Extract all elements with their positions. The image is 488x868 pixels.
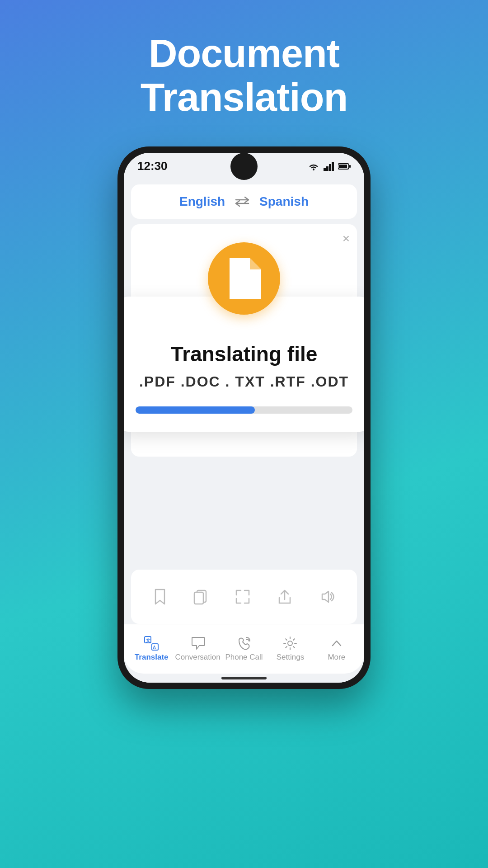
- language-selector[interactable]: English Spanish: [131, 184, 357, 219]
- nav-item-translate[interactable]: 文 A Translate: [128, 636, 174, 662]
- share-icon[interactable]: [277, 589, 292, 605]
- nav-item-conversation[interactable]: Conversation: [174, 636, 221, 662]
- translating-overlay-card: Translating file .PDF .DOC . TXT .RTF .O…: [124, 297, 364, 432]
- expand-icon[interactable]: [235, 589, 251, 605]
- translating-title: Translating file: [136, 342, 352, 366]
- target-language[interactable]: Spanish: [259, 194, 309, 209]
- progress-bar-fill: [136, 406, 255, 414]
- progress-bar-container: [136, 406, 352, 414]
- document-icon-circle: [208, 242, 280, 315]
- svg-rect-3: [329, 164, 331, 171]
- home-indicator: [124, 674, 364, 683]
- document-icon-container: [131, 242, 357, 315]
- status-time: 12:30: [137, 159, 168, 173]
- svg-rect-7: [349, 165, 351, 168]
- translate-nav-icon: 文 A: [144, 636, 159, 651]
- page-title: Document Translation: [141, 32, 347, 119]
- nav-item-more[interactable]: More: [314, 636, 360, 662]
- bookmark-icon[interactable]: [153, 589, 167, 605]
- more-nav-icon: [329, 636, 344, 651]
- nav-item-phone-call[interactable]: Phone Call: [221, 636, 267, 662]
- svg-rect-6: [339, 165, 347, 168]
- svg-rect-4: [332, 162, 334, 171]
- signal-icon: [324, 162, 334, 171]
- svg-rect-1: [324, 168, 326, 171]
- app-content: English Spanish ×: [124, 180, 364, 624]
- phone-call-nav-icon: [236, 636, 252, 651]
- source-language[interactable]: English: [179, 194, 225, 209]
- svg-rect-2: [326, 166, 328, 171]
- nav-item-settings[interactable]: Settings: [267, 636, 313, 662]
- svg-rect-9: [194, 592, 203, 604]
- svg-text:文: 文: [146, 638, 150, 643]
- bottom-tools-bar: [131, 570, 357, 624]
- bottom-navigation: 文 A Translate Conversation: [124, 624, 364, 674]
- home-bar: [221, 677, 267, 679]
- battery-icon: [338, 163, 351, 170]
- more-nav-label: More: [328, 653, 345, 662]
- svg-point-14: [288, 641, 292, 646]
- svg-point-0: [313, 169, 314, 170]
- status-icons: [307, 162, 351, 171]
- svg-text:A: A: [153, 645, 156, 650]
- copy-icon[interactable]: [193, 589, 208, 605]
- settings-nav-icon: [282, 636, 298, 651]
- conversation-nav-icon: [190, 636, 206, 651]
- phone-call-nav-label: Phone Call: [225, 653, 263, 662]
- document-file-icon: [225, 256, 263, 301]
- settings-nav-label: Settings: [277, 653, 304, 662]
- wifi-icon: [307, 162, 320, 171]
- swap-languages-icon[interactable]: [234, 196, 250, 207]
- phone-mockup: 12:30: [117, 146, 371, 689]
- volume-icon[interactable]: [319, 590, 335, 604]
- phone-notch: [230, 153, 258, 180]
- file-types-text: .PDF .DOC . TXT .RTF .ODT: [136, 373, 352, 390]
- main-translation-card: × Trans: [131, 224, 357, 457]
- conversation-nav-label: Conversation: [175, 653, 221, 662]
- translate-nav-label: Translate: [135, 653, 169, 662]
